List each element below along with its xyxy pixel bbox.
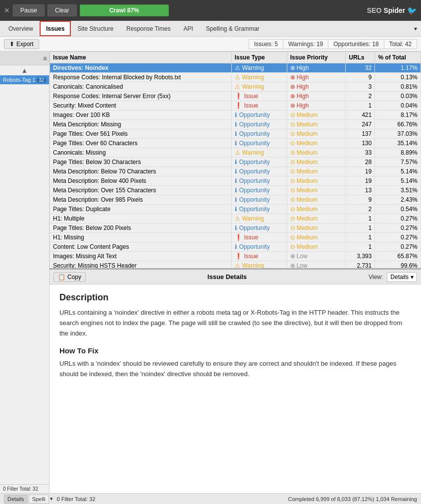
- opportunities-count-badge: Opportunities: 18: [328, 39, 383, 49]
- type-label: Opportunity: [239, 206, 270, 213]
- table-row[interactable]: Images: Missing Alt Text❗Issue⊕Low3,3936…: [50, 252, 421, 261]
- filter-icon[interactable]: ≡: [43, 55, 47, 62]
- table-row[interactable]: Canonicals: Canonicalised⚠Warning⊗High30…: [50, 82, 421, 92]
- table-row[interactable]: Security: Missing HSTS Header⚠Warning⊕Lo…: [50, 261, 421, 270]
- row-pct: 65.87%: [375, 252, 421, 261]
- total-count-badge: Total: 42: [384, 39, 417, 49]
- opportunity-icon: ℹ: [235, 121, 237, 128]
- row-pct: 0.27%: [375, 224, 421, 233]
- fix-heading: How To Fix: [59, 346, 411, 355]
- table-row[interactable]: Page Titles: DuplicateℹOpportunity⊙Mediu…: [50, 205, 421, 214]
- priority-icon: ⊙: [290, 112, 295, 118]
- table-row[interactable]: Meta Description: Below 70 CharactersℹOp…: [50, 167, 421, 176]
- table-row[interactable]: Meta Description: MissingℹOpportunity⊙Me…: [50, 120, 421, 129]
- table-row[interactable]: H1: Missing❗Issue⊙Medium10.27%: [50, 233, 421, 242]
- priority-icon: ⊙: [290, 224, 295, 231]
- tab-api[interactable]: API: [177, 21, 199, 36]
- table-row[interactable]: Page Titles: Below 30 CharactersℹOpportu…: [50, 158, 421, 167]
- opportunity-icon: ℹ: [235, 159, 237, 166]
- row-urls: 247: [346, 120, 375, 129]
- table-row[interactable]: Page Titles: Over 60 CharactersℹOpportun…: [50, 139, 421, 148]
- type-label: Warning: [242, 74, 264, 81]
- priority-icon: ⊗: [290, 83, 295, 90]
- sidebar-top: ≡: [0, 52, 49, 65]
- priority-label: Medium: [297, 224, 318, 231]
- opportunity-icon: ℹ: [235, 130, 237, 137]
- row-urls: 1: [346, 101, 375, 111]
- sidebar-filter-item[interactable]: Robots-Tag 1 32: [0, 75, 49, 85]
- opportunity-icon: ℹ: [235, 140, 237, 147]
- clear-button[interactable]: Clear: [48, 4, 77, 16]
- row-urls: 9: [346, 195, 375, 205]
- tab-issues[interactable]: Issues: [40, 21, 71, 36]
- twitter-icon[interactable]: 🐦: [407, 6, 417, 15]
- priority-label: High: [297, 74, 309, 81]
- filter-item-count: 32: [37, 77, 46, 83]
- priority-label: Medium: [297, 112, 318, 118]
- pause-button[interactable]: Pause: [13, 4, 45, 16]
- type-label: Opportunity: [239, 187, 270, 194]
- row-issue-type: ℹOpportunity: [231, 205, 287, 214]
- col-header-type[interactable]: Issue Type: [231, 52, 287, 63]
- export-button[interactable]: ⬆ Export: [4, 39, 39, 49]
- close-icon: ✕: [4, 6, 10, 14]
- col-header-priority[interactable]: Issue Priority: [287, 52, 346, 63]
- table-row[interactable]: Page Titles: Over 561 PixelsℹOpportunity…: [50, 129, 421, 139]
- left-sidebar: ≡ ▲ Robots-Tag 1 32 0 Filter Total: 32: [0, 52, 50, 493]
- table-row[interactable]: Canonicals: Missing⚠Warning⊙Medium338.89…: [50, 148, 421, 158]
- row-issue-name: Page Titles: Below 200 Pixels: [50, 224, 232, 233]
- scroll-up-button[interactable]: ▲: [0, 65, 49, 75]
- table-row[interactable]: Images: Over 100 KBℹOpportunity⊙Medium42…: [50, 111, 421, 120]
- priority-label: High: [297, 64, 309, 71]
- tab-response-times[interactable]: Response Times: [120, 21, 177, 36]
- copy-button[interactable]: 📋 Copy: [53, 272, 86, 282]
- filter-item-label: Robots-Tag 1: [3, 77, 35, 83]
- row-urls: 1: [346, 242, 375, 252]
- row-priority: ⊙Medium: [287, 233, 346, 242]
- table-row[interactable]: Meta Description: Below 400 PixelsℹOppor…: [50, 176, 421, 186]
- table-row[interactable]: Page Titles: Below 200 PixelsℹOpportunit…: [50, 224, 421, 233]
- table-row[interactable]: Meta Description: Over 155 CharactersℹOp…: [50, 186, 421, 195]
- row-urls: 3,393: [346, 252, 375, 261]
- row-priority: ⊙Medium: [287, 214, 346, 224]
- row-pct: 8.89%: [375, 148, 421, 158]
- tab-site-structure[interactable]: Site Structure: [71, 21, 120, 36]
- row-issue-type: ⚠Warning: [231, 63, 287, 73]
- issue-icon: ❗: [235, 253, 242, 260]
- table-row[interactable]: Security: Mixed Content❗Issue⊗High10.04%: [50, 101, 421, 111]
- row-pct: 5.14%: [375, 176, 421, 186]
- col-header-pct[interactable]: % of Total: [375, 52, 421, 63]
- row-issue-name: Response Codes: Internal Server Error (5…: [50, 92, 232, 101]
- view-label: View:: [368, 274, 383, 280]
- col-header-name[interactable]: Issue Name: [50, 52, 232, 63]
- table-row[interactable]: Response Codes: Internal Blocked by Robo…: [50, 73, 421, 82]
- bottom-tab-spelli[interactable]: Spelli: [29, 495, 49, 504]
- main-area: ≡ ▲ Robots-Tag 1 32 0 Filter Total: 32 I…: [0, 52, 421, 493]
- details-panel: 📋 Copy Issue Details View: Details ▾ Des…: [50, 270, 421, 493]
- logo-seo: SEO: [367, 6, 382, 14]
- view-dropdown[interactable]: Details ▾: [387, 272, 417, 282]
- issues-table: Issue Name Issue Type Issue Priority URL…: [50, 52, 421, 270]
- row-priority: ⊙Medium: [287, 158, 346, 167]
- table-row[interactable]: H1: Multiple⚠Warning⊙Medium10.27%: [50, 214, 421, 224]
- table-row[interactable]: Response Codes: Internal Server Error (5…: [50, 92, 421, 101]
- bottom-tab-dropdown[interactable]: ▾: [50, 496, 53, 502]
- status-bar-left: Details Spelli ▾ 0 Filter Total: 32: [4, 495, 96, 504]
- table-row[interactable]: Meta Description: Over 985 PixelsℹOpport…: [50, 195, 421, 205]
- tab-overview[interactable]: Overview: [2, 21, 40, 36]
- nav-dropdown[interactable]: ▾: [410, 21, 421, 36]
- type-label: Issue: [244, 102, 259, 109]
- row-priority: ⊗High: [287, 73, 346, 82]
- type-label: Issue: [244, 93, 259, 100]
- col-header-urls[interactable]: URLs: [346, 52, 375, 63]
- priority-label: Medium: [297, 187, 318, 194]
- table-row[interactable]: Directives: Noindex⚠Warning⊗High321.17%: [50, 63, 421, 73]
- row-issue-type: ❗Issue: [231, 101, 287, 111]
- copy-icon: 📋: [58, 274, 65, 280]
- tab-spelling-grammar[interactable]: Spelling & Grammar: [200, 21, 266, 36]
- table-row[interactable]: Content: Low Content PagesℹOpportunity⊙M…: [50, 242, 421, 252]
- priority-icon: ⊗: [290, 102, 295, 109]
- row-issue-name: Page Titles: Below 30 Characters: [50, 158, 232, 167]
- bottom-tab-details[interactable]: Details: [4, 495, 28, 504]
- priority-icon: ⊙: [290, 206, 295, 213]
